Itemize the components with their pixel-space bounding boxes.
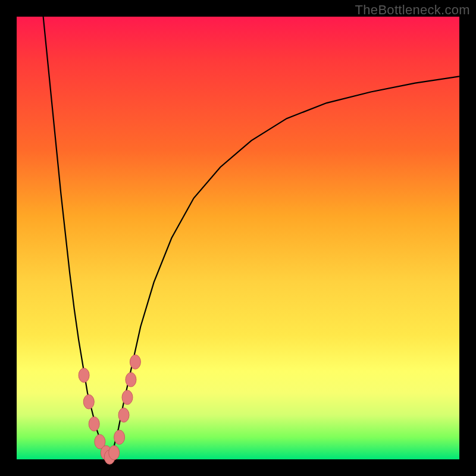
plot-area [17,17,459,459]
curves-svg [17,17,459,459]
bead-marker [122,390,133,405]
curve-right-branch [109,76,459,459]
curve-left-branch [43,17,110,459]
bead-marker [89,416,99,431]
bead-marker [126,372,136,387]
bead-marker [83,394,94,409]
watermark-text: TheBottleneck.com [355,2,470,18]
bead-marker [79,368,89,383]
bead-marker [109,446,120,460]
bead-marker [114,430,125,444]
bead-marker [118,408,129,422]
bead-marker [130,355,140,369]
chart-frame: TheBottleneck.com [0,0,476,476]
